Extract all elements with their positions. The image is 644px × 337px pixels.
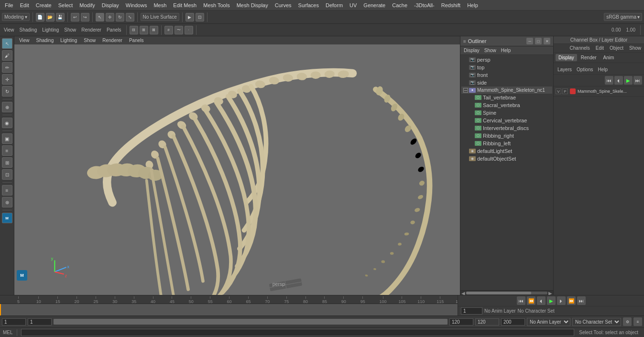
snap-point-icon[interactable]: · [185,26,193,34]
scroll-thumb[interactable] [466,292,531,294]
char-set-select[interactable]: No Character Set [572,318,621,326]
outliner-item-sacral[interactable]: ⬡ Sacral_vertebra [461,101,552,109]
menu-edit[interactable]: Edit [17,1,32,9]
grid-icon[interactable]: ⊞ [2,157,12,168]
anim-play-btn[interactable]: ▶ [624,76,633,85]
outliner-item-spine[interactable]: ⬡ Spine [461,109,552,117]
move-icon[interactable]: ✛ [106,13,114,22]
vp-view-menu[interactable]: View [16,37,33,43]
menu-surfaces[interactable]: Surfaces [295,1,322,9]
timeline-track[interactable] [0,304,458,315]
menu-redshift[interactable]: Redshift [438,1,463,9]
timeline-main[interactable]: 5101520253035404550556065707580859095100… [0,295,458,315]
outliner-item-front[interactable]: 📷 front [461,71,552,79]
help-subtab[interactable]: Help [596,66,610,73]
prev-key-btn[interactable]: ⏴ [537,296,546,305]
outliner-item-cervical[interactable]: ⬡ Cervical_vertebrae [461,117,552,124]
renderer-menu-tb[interactable]: Renderer [79,26,103,33]
menu-deform[interactable]: Deform [323,1,346,9]
layers-subtab[interactable]: Layers [556,66,574,73]
outliner-close-btn[interactable]: ✕ [544,38,550,44]
rotate-tool-icon[interactable]: ↻ [2,86,12,97]
render-icon[interactable]: ▶ [186,13,194,22]
play-btn[interactable]: ▶ [547,296,556,305]
options-subtab[interactable]: Options [575,66,595,73]
menu-select[interactable]: Select [55,1,76,9]
start-frame-input[interactable] [2,318,26,326]
open-file-icon[interactable]: 📂 [46,13,55,22]
menu-generate[interactable]: Generate [360,1,388,9]
outliner-item-persp[interactable]: 📷 persp [461,56,552,64]
outliner-minimize-btn[interactable]: ─ [526,38,533,44]
paint-icon[interactable]: 🖌 [2,50,12,61]
xray-icon[interactable]: ⊛ [2,197,12,207]
step-fwd-btn[interactable]: ⏩ [567,296,576,305]
vp-shading-menu[interactable]: Shading [33,37,57,43]
smooth-icon[interactable]: ⊞ [140,26,148,34]
anim-prev-btn[interactable]: ⏮ [605,76,613,85]
outliner-tree[interactable]: 📷 persp 📷 top 📷 front [460,55,553,290]
maya-icon[interactable]: M [2,213,12,223]
anim-back-btn[interactable]: ⏴ [614,76,623,85]
outliner-item-intervertebral[interactable]: ⬡ Intervertebral_discs [461,124,552,132]
menu-cache[interactable]: Cache [389,1,410,9]
outliner-item-object-set[interactable]: ◉ defaultObjectSet [461,155,552,163]
frame-range-bar[interactable] [54,319,448,325]
ipr-icon[interactable]: ⊡ [196,13,204,22]
outliner-item-side[interactable]: 📷 side [461,79,552,87]
vp-lighting-menu[interactable]: Lighting [57,37,80,43]
menu-windows[interactable]: Windows [123,1,150,9]
outliner-display-menu[interactable]: Display [462,47,481,54]
layer-icon[interactable]: ≡ [2,185,12,196]
live-surface-btn[interactable]: No Live Surface [141,13,179,21]
anim-tab[interactable]: Anim [600,54,617,61]
next-key-btn[interactable]: ⏵ [557,296,566,305]
snap-grid-icon[interactable]: # [164,26,173,34]
object-nav[interactable]: Object [608,45,625,51]
show-nav[interactable]: Show [627,45,643,51]
redo-icon[interactable]: ↪ [81,13,89,22]
outliner-maximize-btn[interactable]: □ [535,38,542,44]
goto-end-btn[interactable]: ⏭ [577,296,586,305]
vp-renderer-menu[interactable]: Renderer [99,37,125,43]
outliner-item-top[interactable]: 📷 top [461,64,552,71]
select-icon[interactable]: ↖ [96,13,104,22]
menu-display[interactable]: Display [99,1,122,9]
gamma-dropdown[interactable]: sRGB gamma ▾ [604,13,642,21]
view-menu-tb[interactable]: View [2,26,16,33]
collapse-icon[interactable]: ─ [463,88,468,93]
select-tool-icon[interactable]: ↖ [2,38,12,49]
outliner-item-ribbing-left[interactable]: ⬡ Ribbing_left [461,140,552,147]
menu-3dto[interactable]: -3DtoAll- [411,1,437,9]
edit-nav[interactable]: Edit [594,45,606,51]
display-icon[interactable]: ▣ [2,133,12,144]
save-file-icon[interactable]: 💾 [56,13,65,22]
outliner-help-menu[interactable]: Help [500,47,513,54]
viewport[interactable]: x y z persp View Shading Lighting Show R… [14,36,460,295]
textured-icon[interactable]: ⊠ [150,26,158,34]
lighting-menu-tb[interactable]: Lighting [40,26,61,33]
wireframe-icon[interactable]: ⊟ [130,26,138,34]
channels-nav[interactable]: Channels [568,45,592,51]
panels-menu-tb[interactable]: Panels [105,26,123,33]
display-tab[interactable]: Display [556,54,577,61]
outliner-item-light-set[interactable]: ◉ defaultLightSet [461,147,552,155]
goto-start-btn[interactable]: ⏮ [517,296,525,305]
menu-curves[interactable]: Curves [272,1,295,9]
anim-opts-btn[interactable]: ≡ [633,317,642,326]
menu-create[interactable]: Create [33,1,55,9]
vp-panels-menu[interactable]: Panels [126,37,147,43]
menu-uv[interactable]: UV [347,1,360,9]
mode-dropdown[interactable]: Modeling ▾ [2,13,30,21]
playhead[interactable] [0,304,1,315]
menu-modify[interactable]: Modify [76,1,98,9]
soft-icon[interactable]: ◉ [2,118,12,128]
anim-layer-select[interactable]: No Anim Layer [527,318,570,326]
outliner-item-tail[interactable]: ⬡ Tail_vertebrae [461,94,552,101]
undo-icon[interactable]: ↩ [71,13,79,22]
render-tab[interactable]: Render [578,54,600,61]
playback-end-input[interactable] [501,318,525,326]
snap-icon[interactable]: ⊡ [2,169,12,180]
outliner-scrollbar[interactable]: ◀ ▶ [460,290,553,295]
pivot-icon[interactable]: ⊕ [2,102,12,112]
